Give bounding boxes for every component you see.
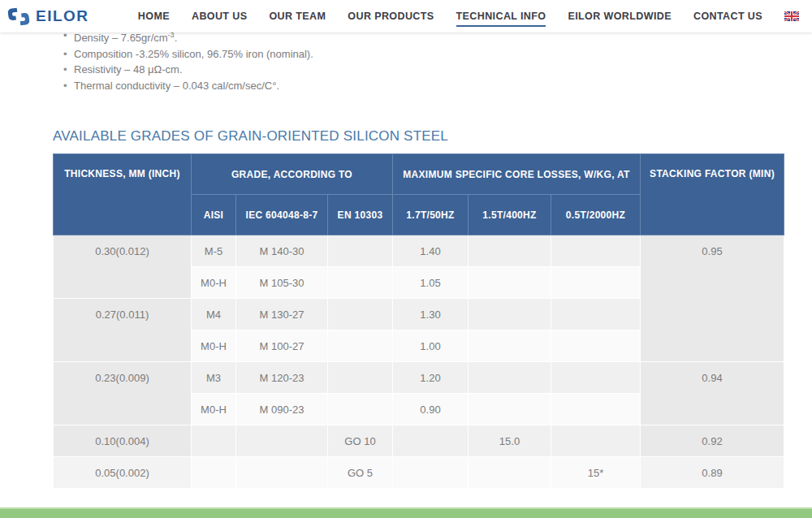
property-text: Density – 7.65gr/cm — [74, 32, 168, 44]
table-cell — [393, 457, 469, 489]
table-cell — [469, 299, 551, 330]
table-cell — [393, 425, 469, 457]
nav-item-our-products[interactable]: OUR PRODUCTS — [348, 6, 434, 27]
table-cell — [328, 235, 393, 267]
grades-table: THICKNESS, MM (INCH)GRADE, ACCORDING TOM… — [53, 153, 784, 489]
logo-text: EILOR — [36, 7, 89, 25]
nav-item-about-us[interactable]: ABOUT US — [192, 6, 247, 27]
table-cell — [328, 330, 393, 362]
table-cell — [328, 299, 393, 330]
nav-item-our-team[interactable]: OUR TEAM — [269, 6, 326, 27]
column-group-header: GRADE, ACCORDING TO — [192, 154, 393, 195]
table-cell — [551, 362, 641, 394]
nav-item-home[interactable]: HOME — [138, 6, 170, 27]
properties-list: Density – 7.65gr/cm-3.Composition -3.25%… — [63, 28, 784, 93]
table-cell: 0.27(0.011) — [54, 299, 192, 362]
page-content: Density – 7.65gr/cm-3.Composition -3.25%… — [0, 28, 812, 489]
column-subheader: 1.7T/50HZ — [393, 195, 469, 235]
table-cell — [328, 267, 393, 299]
nav-item-contact-us[interactable]: CONTACT US — [693, 6, 762, 27]
table-cell: 0.92 — [641, 425, 784, 457]
property-item: Thermal conductivity – 0.043 cal/cm/sec/… — [63, 78, 784, 94]
nav-item-eilor-worldwide[interactable]: EILOR WORLDWIDE — [568, 6, 672, 27]
table-cell: 1.05 — [393, 267, 469, 299]
table-cell — [469, 267, 551, 299]
table-cell: M3 — [192, 362, 236, 394]
table-cell: 0.95 — [641, 235, 784, 362]
table-cell — [469, 457, 551, 489]
eilor-logo-icon — [6, 6, 31, 28]
table-cell: M0-H — [192, 267, 236, 299]
column-subheader: 0.5T/2000HZ — [551, 195, 641, 235]
table-cell — [551, 235, 641, 267]
property-text: Composition -3.25% silicon, 96.75% iron … — [74, 48, 313, 60]
property-suffix: . — [175, 32, 178, 44]
column-subheader: AISI — [192, 195, 236, 235]
table-cell: 1.20 — [393, 362, 469, 394]
table-cell: M 100-27 — [236, 330, 328, 362]
table-cell: M4 — [192, 299, 236, 330]
nav-item-technical-info[interactable]: TECHNICAL INFO — [456, 6, 546, 27]
property-item: Resistivity – 48 μΩ-cm. — [63, 62, 784, 78]
column-subheader: EN 10303 — [328, 195, 393, 235]
table-cell — [551, 394, 641, 425]
table-cell: 0.10(0.004) — [54, 425, 192, 457]
table-cell — [236, 457, 328, 489]
table-row: 0.05(0.002)GO 515*0.89 — [54, 457, 784, 489]
table-cell: M0-H — [192, 330, 236, 362]
table-cell: 0.23(0.009) — [54, 362, 192, 425]
table-cell: 0.30(0.012) — [54, 235, 192, 299]
table-row: 0.23(0.009)M3M 120-231.200.94 — [54, 362, 784, 394]
table-cell: 1.00 — [393, 330, 469, 362]
property-text: Thermal conductivity – 0.043 cal/cm/sec/… — [74, 80, 279, 92]
table-cell: M0-H — [192, 394, 236, 425]
table-cell — [551, 425, 641, 457]
eilor-logo[interactable]: EILOR — [6, 6, 89, 28]
section-title: AVAILABLE GRADES OF GRAIN-ORIENTED SILIC… — [53, 127, 784, 145]
table-cell: 0.05(0.002) — [54, 457, 192, 489]
top-navigation-bar: EILOR HOMEABOUT USOUR TEAMOUR PRODUCTSTE… — [0, 0, 812, 32]
column-group-header: MAXIMUM SPECIFIC CORE LOSSES, W/KG, AT — [393, 154, 641, 195]
table-cell — [469, 362, 551, 394]
table-cell — [551, 299, 641, 330]
table-cell: 15.0 — [469, 425, 551, 457]
table-cell: M-5 — [192, 235, 236, 267]
uk-flag-icon[interactable] — [784, 11, 799, 21]
table-cell — [192, 457, 236, 489]
table-cell — [469, 330, 551, 362]
column-group-header: THICKNESS, MM (INCH) — [54, 154, 192, 235]
table-cell — [469, 394, 551, 425]
table-cell: M 130-27 — [236, 299, 328, 330]
table-cell: GO 10 — [328, 425, 393, 457]
table-cell: M 090-23 — [236, 394, 328, 425]
table-cell: 1.30 — [393, 299, 469, 330]
table-cell: 0.94 — [641, 362, 784, 425]
table-cell — [551, 330, 641, 362]
column-subheader: 1.5T/400HZ — [469, 195, 551, 235]
table-cell — [469, 235, 551, 267]
property-item: Composition -3.25% silicon, 96.75% iron … — [63, 46, 784, 63]
column-subheader: IEC 604048-8-7 — [236, 195, 328, 235]
table-row: 0.10(0.004)GO 1015.00.92 — [54, 425, 784, 457]
table-body: 0.30(0.012)M-5M 140-301.400.95M0-HM 105-… — [54, 235, 784, 489]
table-cell — [192, 425, 236, 457]
table-cell — [328, 362, 393, 394]
table-cell: M 105-30 — [236, 267, 328, 299]
table-cell — [236, 425, 328, 457]
main-nav: HOMEABOUT USOUR TEAMOUR PRODUCTSTECHNICA… — [138, 6, 762, 27]
column-group-header: STACKING FACTOR (MIN) — [641, 154, 784, 235]
table-cell: 1.40 — [393, 235, 469, 267]
table-cell — [328, 394, 393, 425]
table-cell: M 140-30 — [236, 235, 328, 267]
footer-accent-bar — [0, 507, 812, 518]
table-cell: 0.89 — [641, 457, 784, 489]
table-cell: GO 5 — [328, 457, 393, 489]
table-row: 0.30(0.012)M-5M 140-301.400.95 — [54, 235, 784, 267]
table-cell: 0.90 — [393, 394, 469, 425]
table-cell — [551, 267, 641, 299]
table-cell: 15* — [551, 457, 641, 489]
table-header-groups: THICKNESS, MM (INCH)GRADE, ACCORDING TOM… — [54, 154, 784, 195]
property-text: Resistivity – 48 μΩ-cm. — [74, 63, 183, 76]
table-cell: M 120-23 — [236, 362, 328, 394]
